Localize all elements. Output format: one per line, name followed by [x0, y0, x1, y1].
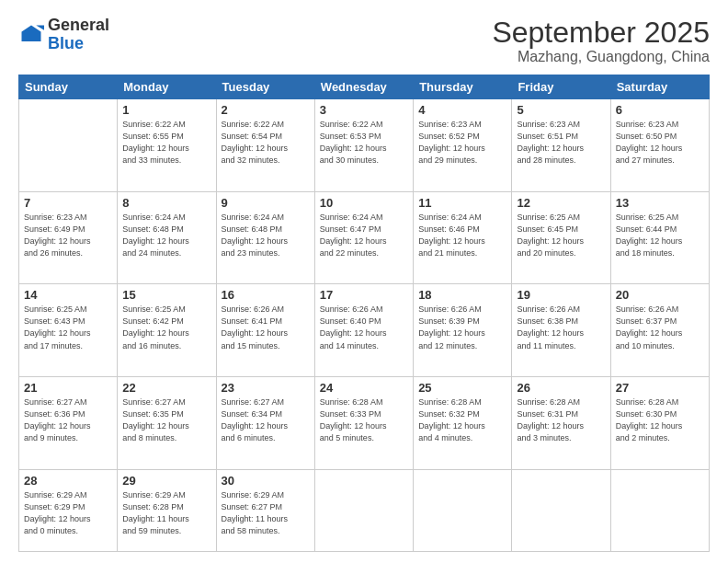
calendar-cell: 12Sunrise: 6:25 AM Sunset: 6:45 PM Dayli… [512, 191, 610, 284]
calendar-cell: 26Sunrise: 6:28 AM Sunset: 6:31 PM Dayli… [512, 376, 610, 469]
calendar-cell: 5Sunrise: 6:23 AM Sunset: 6:51 PM Daylig… [512, 99, 610, 192]
weekday-header-tuesday: Tuesday [216, 75, 314, 99]
day-number: 21 [24, 381, 112, 395]
calendar-cell: 23Sunrise: 6:27 AM Sunset: 6:34 PM Dayli… [216, 376, 314, 469]
weekday-header-row: SundayMondayTuesdayWednesdayThursdayFrid… [19, 75, 710, 99]
day-number: 6 [616, 103, 704, 117]
day-number: 22 [122, 381, 210, 395]
day-info: Sunrise: 6:23 AM Sunset: 6:50 PM Dayligh… [616, 119, 704, 167]
day-number: 23 [222, 381, 310, 395]
day-number: 24 [320, 381, 408, 395]
calendar-cell: 17Sunrise: 6:26 AM Sunset: 6:40 PM Dayli… [314, 284, 413, 377]
calendar-cell: 20Sunrise: 6:26 AM Sunset: 6:37 PM Dayli… [610, 284, 709, 377]
day-number: 10 [320, 196, 408, 210]
day-number: 1 [122, 103, 210, 117]
weekday-header-monday: Monday [118, 75, 216, 99]
day-number: 12 [517, 196, 605, 210]
calendar-cell [610, 469, 709, 551]
calendar-cell: 2Sunrise: 6:22 AM Sunset: 6:54 PM Daylig… [216, 99, 314, 192]
weekday-header-saturday: Saturday [610, 75, 709, 99]
day-info: Sunrise: 6:24 AM Sunset: 6:46 PM Dayligh… [418, 212, 506, 259]
day-number: 3 [320, 103, 408, 117]
day-info: Sunrise: 6:26 AM Sunset: 6:37 PM Dayligh… [616, 304, 704, 351]
day-info: Sunrise: 6:28 AM Sunset: 6:30 PM Dayligh… [616, 396, 704, 444]
day-info: Sunrise: 6:23 AM Sunset: 6:49 PM Dayligh… [24, 212, 112, 259]
day-number: 2 [222, 103, 310, 117]
day-info: Sunrise: 6:28 AM Sunset: 6:33 PM Dayligh… [320, 396, 408, 444]
calendar-cell: 11Sunrise: 6:24 AM Sunset: 6:46 PM Dayli… [414, 191, 512, 284]
day-info: Sunrise: 6:23 AM Sunset: 6:51 PM Dayligh… [517, 119, 605, 167]
day-info: Sunrise: 6:25 AM Sunset: 6:45 PM Dayligh… [517, 212, 605, 259]
calendar-cell: 29Sunrise: 6:29 AM Sunset: 6:28 PM Dayli… [118, 469, 216, 551]
calendar-cell: 15Sunrise: 6:25 AM Sunset: 6:42 PM Dayli… [118, 284, 216, 377]
calendar-cell: 27Sunrise: 6:28 AM Sunset: 6:30 PM Dayli… [610, 376, 709, 469]
day-number: 30 [222, 474, 310, 488]
calendar-cell: 16Sunrise: 6:26 AM Sunset: 6:41 PM Dayli… [216, 284, 314, 377]
day-info: Sunrise: 6:29 AM Sunset: 6:27 PM Dayligh… [222, 489, 310, 537]
week-row-2: 7Sunrise: 6:23 AM Sunset: 6:49 PM Daylig… [19, 191, 710, 284]
day-info: Sunrise: 6:27 AM Sunset: 6:34 PM Dayligh… [222, 396, 310, 444]
calendar-cell: 21Sunrise: 6:27 AM Sunset: 6:36 PM Dayli… [19, 376, 118, 469]
day-info: Sunrise: 6:26 AM Sunset: 6:41 PM Dayligh… [222, 304, 310, 351]
day-info: Sunrise: 6:24 AM Sunset: 6:48 PM Dayligh… [222, 212, 310, 259]
logo-text: General Blue [48, 17, 109, 53]
day-number: 14 [24, 288, 112, 302]
page: General Blue September 2025 Mazhang, Gua… [0, 0, 728, 563]
week-row-1: 1Sunrise: 6:22 AM Sunset: 6:55 PM Daylig… [19, 99, 710, 192]
calendar-cell: 19Sunrise: 6:26 AM Sunset: 6:38 PM Dayli… [512, 284, 610, 377]
day-number: 13 [616, 196, 704, 210]
location-title: Mazhang, Guangdong, China [492, 49, 710, 65]
day-info: Sunrise: 6:24 AM Sunset: 6:48 PM Dayligh… [122, 212, 210, 259]
day-number: 29 [122, 474, 210, 488]
day-info: Sunrise: 6:29 AM Sunset: 6:28 PM Dayligh… [122, 489, 210, 537]
calendar-cell: 3Sunrise: 6:22 AM Sunset: 6:53 PM Daylig… [314, 99, 413, 192]
day-info: Sunrise: 6:25 AM Sunset: 6:44 PM Dayligh… [616, 212, 704, 259]
calendar-cell [512, 469, 610, 551]
calendar-cell: 10Sunrise: 6:24 AM Sunset: 6:47 PM Dayli… [314, 191, 413, 284]
week-row-4: 21Sunrise: 6:27 AM Sunset: 6:36 PM Dayli… [19, 376, 710, 469]
calendar-cell [19, 99, 118, 192]
calendar-cell: 7Sunrise: 6:23 AM Sunset: 6:49 PM Daylig… [19, 191, 118, 284]
day-info: Sunrise: 6:29 AM Sunset: 6:29 PM Dayligh… [24, 489, 112, 537]
svg-marker-0 [22, 25, 41, 41]
day-info: Sunrise: 6:23 AM Sunset: 6:52 PM Dayligh… [418, 119, 506, 167]
day-number: 16 [222, 288, 310, 302]
day-info: Sunrise: 6:27 AM Sunset: 6:35 PM Dayligh… [122, 396, 210, 444]
day-number: 9 [222, 196, 310, 210]
day-info: Sunrise: 6:24 AM Sunset: 6:47 PM Dayligh… [320, 212, 408, 259]
day-info: Sunrise: 6:22 AM Sunset: 6:55 PM Dayligh… [122, 119, 210, 167]
day-info: Sunrise: 6:25 AM Sunset: 6:43 PM Dayligh… [24, 304, 112, 351]
day-number: 28 [24, 474, 112, 488]
day-info: Sunrise: 6:27 AM Sunset: 6:36 PM Dayligh… [24, 396, 112, 444]
day-number: 15 [122, 288, 210, 302]
calendar-cell: 6Sunrise: 6:23 AM Sunset: 6:50 PM Daylig… [610, 99, 709, 192]
day-info: Sunrise: 6:28 AM Sunset: 6:31 PM Dayligh… [517, 396, 605, 444]
logo-line1: General [48, 17, 109, 35]
weekday-header-sunday: Sunday [19, 75, 118, 99]
calendar-cell: 18Sunrise: 6:26 AM Sunset: 6:39 PM Dayli… [414, 284, 512, 377]
header: General Blue September 2025 Mazhang, Gua… [18, 17, 710, 65]
day-number: 20 [616, 288, 704, 302]
weekday-header-wednesday: Wednesday [314, 75, 413, 99]
calendar-table: SundayMondayTuesdayWednesdayThursdayFrid… [18, 75, 710, 552]
calendar-cell: 30Sunrise: 6:29 AM Sunset: 6:27 PM Dayli… [216, 469, 314, 551]
calendar-cell: 25Sunrise: 6:28 AM Sunset: 6:32 PM Dayli… [414, 376, 512, 469]
day-number: 4 [418, 103, 506, 117]
calendar-cell: 4Sunrise: 6:23 AM Sunset: 6:52 PM Daylig… [414, 99, 512, 192]
calendar-cell: 9Sunrise: 6:24 AM Sunset: 6:48 PM Daylig… [216, 191, 314, 284]
calendar-cell: 1Sunrise: 6:22 AM Sunset: 6:55 PM Daylig… [118, 99, 216, 192]
day-number: 17 [320, 288, 408, 302]
day-number: 26 [517, 381, 605, 395]
calendar-cell: 28Sunrise: 6:29 AM Sunset: 6:29 PM Dayli… [19, 469, 118, 551]
week-row-5: 28Sunrise: 6:29 AM Sunset: 6:29 PM Dayli… [19, 469, 710, 551]
calendar-cell: 13Sunrise: 6:25 AM Sunset: 6:44 PM Dayli… [610, 191, 709, 284]
calendar-cell: 14Sunrise: 6:25 AM Sunset: 6:43 PM Dayli… [19, 284, 118, 377]
calendar-cell: 24Sunrise: 6:28 AM Sunset: 6:33 PM Dayli… [314, 376, 413, 469]
calendar-cell: 8Sunrise: 6:24 AM Sunset: 6:48 PM Daylig… [118, 191, 216, 284]
logo-line2: Blue [48, 35, 109, 53]
day-info: Sunrise: 6:28 AM Sunset: 6:32 PM Dayligh… [418, 396, 506, 444]
day-number: 11 [418, 196, 506, 210]
calendar-cell [414, 469, 512, 551]
title-block: September 2025 Mazhang, Guangdong, China [492, 17, 710, 65]
day-info: Sunrise: 6:26 AM Sunset: 6:38 PM Dayligh… [517, 304, 605, 351]
